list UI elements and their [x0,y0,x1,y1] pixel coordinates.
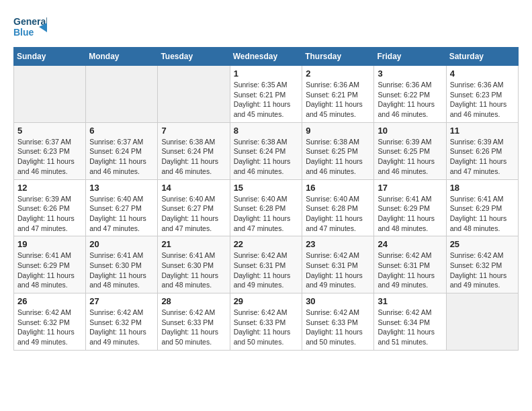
calendar-cell: 30Sunrise: 6:42 AMSunset: 6:33 PMDayligh… [302,293,374,351]
day-info: Sunrise: 6:42 AMSunset: 6:31 PMDaylight:… [378,250,442,290]
day-number: 18 [450,183,515,193]
day-info: Sunrise: 6:40 AMSunset: 6:28 PMDaylight:… [234,194,299,234]
calendar-day-header: Sunday [14,48,86,66]
calendar-cell: 13Sunrise: 6:40 AMSunset: 6:27 PMDayligh… [86,179,158,236]
day-number: 12 [17,183,82,193]
calendar-cell: 23Sunrise: 6:42 AMSunset: 6:31 PMDayligh… [302,236,374,293]
calendar-cell: 26Sunrise: 6:42 AMSunset: 6:32 PMDayligh… [14,293,86,351]
day-info: Sunrise: 6:37 AMSunset: 6:24 PMDaylight:… [89,137,154,177]
day-info: Sunrise: 6:41 AMSunset: 6:29 PMDaylight:… [17,250,82,290]
day-info: Sunrise: 6:42 AMSunset: 6:31 PMDaylight:… [234,250,299,290]
calendar-cell [14,66,86,123]
calendar-day-header: Thursday [302,48,374,66]
day-info: Sunrise: 6:42 AMSunset: 6:33 PMDaylight:… [306,308,370,347]
day-info: Sunrise: 6:39 AMSunset: 6:25 PMDaylight:… [378,137,442,177]
logo-svg: GeneralBlue [13,13,47,40]
calendar-cell [446,293,518,351]
calendar-cell: 22Sunrise: 6:42 AMSunset: 6:31 PMDayligh… [230,236,302,293]
day-number: 15 [234,183,299,193]
day-number: 27 [89,296,154,306]
day-number: 1 [234,68,299,79]
day-number: 11 [450,126,515,136]
day-number: 14 [161,183,226,193]
day-info: Sunrise: 6:40 AMSunset: 6:27 PMDaylight:… [89,194,154,234]
calendar-cell: 18Sunrise: 6:41 AMSunset: 6:29 PMDayligh… [446,179,518,236]
day-number: 20 [89,239,154,249]
day-number: 8 [234,126,299,136]
day-info: Sunrise: 6:38 AMSunset: 6:24 PMDaylight:… [161,137,226,177]
day-info: Sunrise: 6:36 AMSunset: 6:23 PMDaylight:… [450,80,515,120]
calendar-cell: 5Sunrise: 6:37 AMSunset: 6:23 PMDaylight… [14,122,86,179]
day-info: Sunrise: 6:41 AMSunset: 6:30 PMDaylight:… [161,250,226,290]
calendar-cell: 16Sunrise: 6:40 AMSunset: 6:28 PMDayligh… [302,179,374,236]
calendar-cell: 24Sunrise: 6:42 AMSunset: 6:31 PMDayligh… [374,236,446,293]
calendar-cell: 19Sunrise: 6:41 AMSunset: 6:29 PMDayligh… [14,236,86,293]
calendar-cell: 12Sunrise: 6:39 AMSunset: 6:26 PMDayligh… [14,179,86,236]
calendar-week-row: 1Sunrise: 6:35 AMSunset: 6:21 PMDaylight… [14,66,519,123]
day-info: Sunrise: 6:38 AMSunset: 6:24 PMDaylight:… [234,137,299,177]
svg-text:Blue: Blue [13,27,34,38]
calendar-cell: 20Sunrise: 6:41 AMSunset: 6:30 PMDayligh… [86,236,158,293]
calendar-week-row: 19Sunrise: 6:41 AMSunset: 6:29 PMDayligh… [14,236,519,293]
day-info: Sunrise: 6:42 AMSunset: 6:33 PMDaylight:… [161,308,226,347]
day-info: Sunrise: 6:36 AMSunset: 6:22 PMDaylight:… [378,80,442,120]
day-info: Sunrise: 6:42 AMSunset: 6:32 PMDaylight:… [89,308,154,347]
calendar-cell: 25Sunrise: 6:42 AMSunset: 6:32 PMDayligh… [446,236,518,293]
day-info: Sunrise: 6:41 AMSunset: 6:29 PMDaylight:… [450,194,515,234]
calendar-cell: 4Sunrise: 6:36 AMSunset: 6:23 PMDaylight… [446,66,518,123]
day-number: 10 [378,126,442,136]
calendar-cell: 2Sunrise: 6:36 AMSunset: 6:21 PMDaylight… [302,66,374,123]
day-number: 28 [161,296,226,306]
calendar-week-row: 12Sunrise: 6:39 AMSunset: 6:26 PMDayligh… [14,179,519,236]
calendar-table: SundayMondayTuesdayWednesdayThursdayFrid… [13,47,519,351]
day-info: Sunrise: 6:41 AMSunset: 6:29 PMDaylight:… [378,194,442,234]
calendar-cell: 17Sunrise: 6:41 AMSunset: 6:29 PMDayligh… [374,179,446,236]
calendar-cell: 31Sunrise: 6:42 AMSunset: 6:34 PMDayligh… [374,293,446,351]
day-number: 22 [234,239,299,249]
day-info: Sunrise: 6:36 AMSunset: 6:21 PMDaylight:… [306,80,370,120]
day-info: Sunrise: 6:42 AMSunset: 6:32 PMDaylight:… [17,308,82,347]
day-info: Sunrise: 6:41 AMSunset: 6:30 PMDaylight:… [89,250,154,290]
day-number: 3 [378,68,442,79]
calendar-week-row: 26Sunrise: 6:42 AMSunset: 6:32 PMDayligh… [14,293,519,351]
day-info: Sunrise: 6:38 AMSunset: 6:25 PMDaylight:… [306,137,370,177]
day-number: 21 [161,239,226,249]
calendar-cell [86,66,158,123]
day-number: 31 [378,296,442,306]
calendar-cell: 6Sunrise: 6:37 AMSunset: 6:24 PMDaylight… [86,122,158,179]
calendar-cell: 1Sunrise: 6:35 AMSunset: 6:21 PMDaylight… [230,66,302,123]
calendar-header-row: SundayMondayTuesdayWednesdayThursdayFrid… [14,48,519,66]
calendar-cell: 8Sunrise: 6:38 AMSunset: 6:24 PMDaylight… [230,122,302,179]
day-info: Sunrise: 6:42 AMSunset: 6:34 PMDaylight:… [378,308,442,347]
calendar-day-header: Friday [374,48,446,66]
day-number: 4 [450,68,515,79]
calendar-day-header: Monday [86,48,158,66]
calendar-day-header: Saturday [446,48,518,66]
calendar-cell: 27Sunrise: 6:42 AMSunset: 6:32 PMDayligh… [86,293,158,351]
calendar-cell: 15Sunrise: 6:40 AMSunset: 6:28 PMDayligh… [230,179,302,236]
day-info: Sunrise: 6:39 AMSunset: 6:26 PMDaylight:… [450,137,515,177]
calendar-cell [158,66,230,123]
day-number: 6 [89,126,154,136]
day-number: 13 [89,183,154,193]
day-info: Sunrise: 6:40 AMSunset: 6:28 PMDaylight:… [306,194,370,234]
day-number: 24 [378,239,442,249]
day-number: 2 [306,68,370,79]
day-info: Sunrise: 6:42 AMSunset: 6:33 PMDaylight:… [234,308,299,347]
calendar-cell: 7Sunrise: 6:38 AMSunset: 6:24 PMDaylight… [158,122,230,179]
calendar-cell: 28Sunrise: 6:42 AMSunset: 6:33 PMDayligh… [158,293,230,351]
calendar-cell: 29Sunrise: 6:42 AMSunset: 6:33 PMDayligh… [230,293,302,351]
day-info: Sunrise: 6:42 AMSunset: 6:32 PMDaylight:… [450,250,515,290]
calendar-day-header: Tuesday [158,48,230,66]
day-info: Sunrise: 6:40 AMSunset: 6:27 PMDaylight:… [161,194,226,234]
day-number: 5 [17,126,82,136]
calendar-day-header: Wednesday [230,48,302,66]
day-number: 16 [306,183,370,193]
day-info: Sunrise: 6:42 AMSunset: 6:31 PMDaylight:… [306,250,370,290]
calendar-cell: 3Sunrise: 6:36 AMSunset: 6:22 PMDaylight… [374,66,446,123]
day-number: 9 [306,126,370,136]
calendar-cell: 14Sunrise: 6:40 AMSunset: 6:27 PMDayligh… [158,179,230,236]
day-number: 26 [17,296,82,306]
svg-text:General: General [13,16,47,27]
page-header: GeneralBlue [13,13,519,40]
